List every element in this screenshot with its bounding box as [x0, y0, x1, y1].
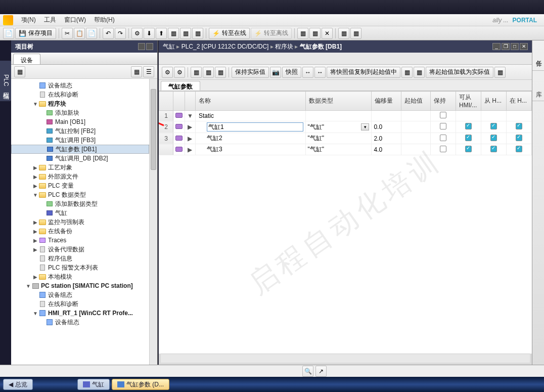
ed-tb-8[interactable]: ↔ [314, 67, 326, 78]
tree-node[interactable]: ▶本地模块 [11, 272, 149, 281]
checkbox-icon[interactable] [440, 112, 446, 118]
row-expand-icon[interactable]: ▶ [185, 121, 196, 133]
column-header[interactable]: 名称 [195, 92, 305, 111]
breadcrumb-item[interactable]: PLC_2 [CPU 1212C DC/DC/DC] [182, 43, 269, 50]
taskbar-tab-2[interactable]: 气缸参数 (D... [112, 379, 169, 390]
tb-misc-3[interactable]: ▦ [192, 28, 203, 39]
ed-tb-7[interactable]: ↔ [302, 67, 313, 78]
tree-node[interactable]: Main [OB1] [11, 117, 149, 126]
save-project-button[interactable]: 💾保存项目 [15, 28, 56, 39]
name-input[interactable] [207, 122, 303, 132]
checkbox-cell[interactable] [456, 133, 481, 144]
menu-item[interactable]: 项(N) [17, 15, 40, 24]
tree-node[interactable]: 气缸参数 [DB1] [11, 145, 149, 154]
column-header[interactable]: 在 H... [507, 92, 532, 111]
expand-icon[interactable]: ▼ [32, 311, 38, 316]
ed-tb-5[interactable]: ▦ [215, 67, 226, 78]
type-cell[interactable]: "气缸"▾ [305, 121, 372, 133]
tb-misc-1[interactable]: ▦ [168, 28, 179, 39]
editor-tab-active[interactable]: 气缸参数 [161, 81, 200, 91]
pt-icon-1[interactable]: ▦ [14, 66, 25, 77]
tree-node[interactable]: 设备组态 [11, 290, 149, 299]
panel-collapse-icon[interactable] [146, 43, 153, 50]
data-grid[interactable]: 名称数据类型偏移量起始值保持可从 HMI/...从 H...在 H...1▼St… [159, 91, 532, 354]
right-tab-tasks[interactable]: 任务 [532, 40, 544, 71]
tree-node[interactable]: ▼PC station [SIMATIC PC station] [11, 281, 149, 290]
checkbox-icon[interactable] [440, 123, 446, 129]
expand-icon[interactable]: ▶ [32, 174, 38, 180]
checkbox-cell[interactable] [456, 111, 481, 121]
expand-icon[interactable]: ▶ [32, 220, 38, 225]
tree-node[interactable]: ▶外部源文件 [11, 172, 149, 181]
column-header[interactable]: 可从 HMI/... [456, 92, 481, 111]
checkbox-icon[interactable] [490, 135, 497, 141]
ed-tb-10[interactable]: ▦ [414, 67, 425, 78]
checkbox-cell[interactable] [431, 111, 456, 121]
checkbox-cell[interactable] [481, 121, 507, 133]
tree-scrollbar[interactable] [149, 79, 157, 365]
checkbox-icon[interactable] [516, 135, 522, 141]
tb-ext-5[interactable]: ▦ [350, 28, 361, 39]
tree-node[interactable]: 设备组态 [11, 81, 149, 90]
tree-node[interactable]: ▶Traces [11, 236, 149, 245]
checkbox-cell[interactable] [507, 111, 532, 121]
tree-node[interactable]: ▼程序块 [11, 99, 149, 108]
row-expand-icon[interactable]: ▶ [185, 133, 196, 144]
cut-button[interactable]: ✂ [62, 28, 73, 39]
tb-misc-2[interactable]: ▦ [180, 28, 191, 39]
row-expand-icon[interactable]: ▶ [185, 144, 196, 155]
tree-node[interactable]: 设备组态 [11, 318, 149, 327]
checkbox-cell[interactable] [456, 144, 481, 155]
checkbox-cell[interactable] [456, 121, 481, 133]
expand-icon[interactable]: ▶ [32, 238, 38, 243]
tree-node[interactable]: 添加新块 [11, 108, 149, 117]
download-button[interactable]: ⬇ [144, 28, 155, 39]
ed-tb-3[interactable]: ▦ [191, 67, 202, 78]
type-cell[interactable]: "气缸" [305, 133, 372, 144]
checkbox-icon[interactable] [490, 146, 497, 152]
ed-tb-9[interactable]: ▦ [401, 67, 413, 78]
tree-node[interactable]: ▶监控与强制表 [11, 217, 149, 227]
tree-node[interactable]: 在线和诊断 [11, 90, 149, 99]
menu-item[interactable]: 帮助(H) [90, 15, 119, 24]
editor-maximize-icon[interactable]: □ [511, 43, 519, 50]
start-cell[interactable] [401, 121, 430, 133]
tree-node[interactable]: ▶工艺对象 [11, 163, 149, 172]
go-online-button[interactable]: ⚡转至在线 [209, 28, 250, 39]
snapshot-button[interactable]: 快照 [282, 67, 301, 78]
breadcrumb-item[interactable]: 气缸参数 [DB1] [300, 43, 342, 50]
tree-node[interactable]: 在线和诊断 [11, 299, 149, 309]
expand-icon[interactable]: ▶ [32, 274, 38, 280]
tree-node[interactable]: ▶在线备份 [11, 227, 149, 236]
expand-icon[interactable]: ▶ [32, 165, 38, 170]
new-button[interactable]: 📄 [3, 28, 14, 39]
table-row[interactable]: 3▶气缸2"气缸"2.0 [159, 133, 532, 144]
tree-node[interactable]: 气缸控制 [FB2] [11, 126, 149, 136]
menu-item[interactable]: 工具 [40, 15, 60, 24]
tree-node[interactable]: ▼PLC 数据类型 [11, 190, 149, 199]
right-tab-libs[interactable]: 库 [532, 71, 544, 101]
row-expand-icon[interactable]: ▼ [185, 111, 196, 121]
editor-close-icon[interactable]: ✕ [520, 43, 528, 50]
copy-snapshot-button[interactable]: 将快照值复制到起始值中 [327, 67, 400, 78]
table-row[interactable]: ▶气缸3"气缸"4.0 [159, 144, 532, 155]
expand-icon[interactable]: ▶ [32, 229, 38, 234]
table-row[interactable]: 1▼Static [159, 111, 532, 121]
ed-tb-1[interactable]: ⚙ [162, 67, 173, 78]
checkbox-icon[interactable] [465, 123, 472, 129]
tree-node[interactable]: 气缸调用 [FB3] [11, 136, 149, 145]
expand-icon[interactable]: ▼ [32, 101, 38, 107]
name-cell[interactable] [195, 121, 305, 133]
tree-node[interactable]: ▶设备代理数据 [11, 245, 149, 254]
type-cell[interactable] [305, 111, 372, 121]
checkbox-cell[interactable] [507, 144, 532, 155]
tree-node[interactable]: 气缸 [11, 208, 149, 217]
undo-button[interactable]: ↶ [103, 28, 114, 39]
name-cell[interactable]: 气缸2 [195, 133, 305, 144]
checkbox-cell[interactable] [481, 111, 507, 121]
column-header[interactable]: 保持 [431, 92, 456, 111]
checkbox-cell[interactable] [481, 144, 507, 155]
breadcrumb-item[interactable]: 气缸 [163, 43, 175, 50]
device-tab[interactable]: 设备 [13, 54, 40, 64]
keep-actual-button[interactable]: 保持实际值 [232, 67, 269, 78]
